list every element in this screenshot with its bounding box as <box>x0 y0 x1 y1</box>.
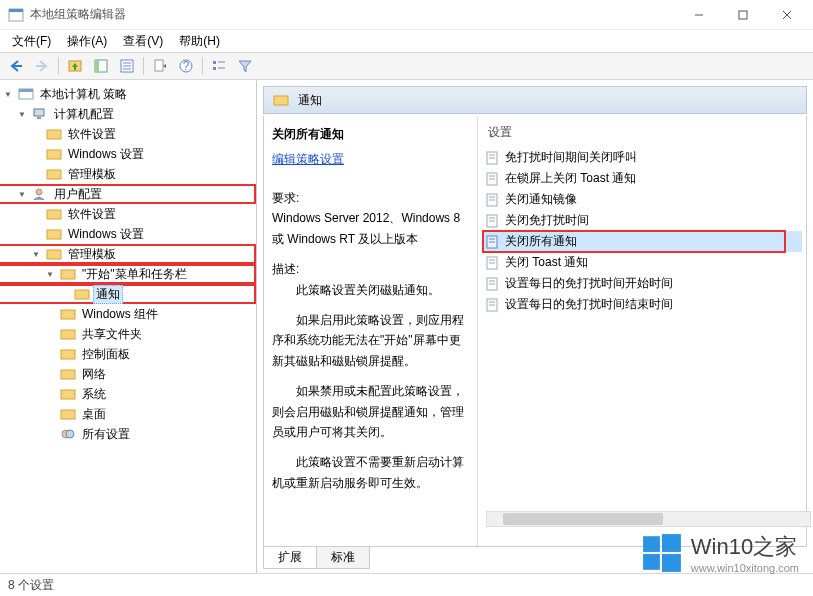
scrollbar-thumb[interactable] <box>503 513 663 525</box>
tree-label: 软件设置 <box>65 205 119 224</box>
expand-icon[interactable] <box>44 268 56 280</box>
details-header: 通知 <box>263 86 807 114</box>
tree-label: 共享文件夹 <box>79 325 145 344</box>
tree-item[interactable]: 共享文件夹 <box>0 324 256 344</box>
tree-root[interactable]: 本地计算机 策略 <box>0 84 256 104</box>
up-button[interactable] <box>63 55 87 77</box>
expand-icon[interactable] <box>2 88 14 100</box>
toolbar-divider <box>143 57 144 75</box>
tree-label: 本地计算机 策略 <box>37 85 130 104</box>
list-item-label: 关闭通知镜像 <box>505 191 577 208</box>
tree-user-config[interactable]: 用户配置 <box>0 184 256 204</box>
tree-label: 通知 <box>93 285 123 304</box>
properties-button[interactable] <box>115 55 139 77</box>
list-item-label: 关闭免打扰时间 <box>505 212 589 229</box>
svg-rect-10 <box>95 60 99 72</box>
tree-item[interactable]: Windows 设置 <box>0 144 256 164</box>
selected-setting-title: 关闭所有通知 <box>272 126 469 143</box>
close-button[interactable] <box>765 0 809 30</box>
svg-point-29 <box>36 189 42 195</box>
forward-button[interactable] <box>30 55 54 77</box>
export-button[interactable] <box>148 55 172 77</box>
tree-item[interactable]: 网络 <box>0 364 256 384</box>
tree-item[interactable]: Windows 组件 <box>0 304 256 324</box>
svg-rect-26 <box>47 130 61 139</box>
list-item[interactable]: 在锁屏上关闭 Toast 通知 <box>482 168 802 189</box>
tree-label: Windows 设置 <box>65 145 147 164</box>
list-item[interactable]: 关闭通知镜像 <box>482 189 802 210</box>
svg-rect-43 <box>274 96 288 105</box>
svg-rect-70 <box>643 554 660 570</box>
svg-rect-39 <box>61 390 75 399</box>
tree-all-settings[interactable]: 所有设置 <box>0 424 256 444</box>
svg-rect-23 <box>19 89 33 92</box>
svg-rect-28 <box>47 170 61 179</box>
policy-item-icon <box>486 298 500 312</box>
list-item[interactable]: 关闭免打扰时间 <box>482 210 802 231</box>
svg-text:?: ? <box>183 59 190 73</box>
column-header-setting[interactable]: 设置 <box>482 122 802 147</box>
tree-label: Windows 设置 <box>65 225 147 244</box>
folder-icon <box>60 307 76 321</box>
svg-rect-33 <box>61 270 75 279</box>
tree-item[interactable]: 桌面 <box>0 404 256 424</box>
tab-standard[interactable]: 标准 <box>316 547 370 569</box>
expand-icon <box>44 428 56 440</box>
filter-button[interactable] <box>233 55 257 77</box>
svg-rect-32 <box>47 250 61 259</box>
list-button[interactable] <box>207 55 231 77</box>
policy-item-icon <box>486 193 500 207</box>
list-item[interactable]: 关闭 Toast 通知 <box>482 252 802 273</box>
tree-pane[interactable]: 本地计算机 策略 计算机配置 软件设置 Windows 设置 管理模板 用户配置… <box>0 80 257 573</box>
expand-icon <box>30 208 42 220</box>
list-item[interactable]: 设置每日的免打扰时间开始时间 <box>482 273 802 294</box>
list-item-label: 关闭所有通知 <box>505 233 577 250</box>
tree-admin-templates[interactable]: 管理模板 <box>0 244 256 264</box>
tree-label: Windows 组件 <box>79 305 161 324</box>
help-button[interactable]: ? <box>174 55 198 77</box>
list-item-selected[interactable]: 关闭所有通知 <box>482 231 802 252</box>
tree-item[interactable]: Windows 设置 <box>0 224 256 244</box>
tree-label: 软件设置 <box>65 125 119 144</box>
menu-view[interactable]: 查看(V) <box>115 31 171 52</box>
maximize-button[interactable] <box>721 0 765 30</box>
list-item[interactable]: 设置每日的免打扰时间结束时间 <box>482 294 802 315</box>
tree-item[interactable]: 软件设置 <box>0 204 256 224</box>
horizontal-scrollbar[interactable] <box>486 511 811 527</box>
folder-icon <box>60 347 76 361</box>
list-item[interactable]: 免打扰时间期间关闭呼叫 <box>482 147 802 168</box>
edit-policy-link[interactable]: 编辑策略设置 <box>272 151 344 168</box>
tree-label: 控制面板 <box>79 345 133 364</box>
expand-icon[interactable] <box>16 188 28 200</box>
tree-item[interactable]: 管理模板 <box>0 164 256 184</box>
expand-icon[interactable] <box>30 248 42 260</box>
tree-computer-config[interactable]: 计算机配置 <box>0 104 256 124</box>
tree-start-menu[interactable]: "开始"菜单和任务栏 <box>0 264 256 284</box>
back-button[interactable] <box>4 55 28 77</box>
requirements-text: Windows Server 2012、Windows 8 或 Windows … <box>272 208 469 249</box>
description-label: 描述: <box>272 259 469 279</box>
tree-item[interactable]: 控制面板 <box>0 344 256 364</box>
expand-icon[interactable] <box>16 108 28 120</box>
svg-rect-3 <box>739 11 747 19</box>
tree-notifications[interactable]: 通知 <box>0 284 256 304</box>
watermark-url: www.win10xitong.com <box>691 562 799 574</box>
menu-file[interactable]: 文件(F) <box>4 31 59 52</box>
details-pane: 通知 关闭所有通知 编辑策略设置 要求: Windows Server 2012… <box>257 80 813 573</box>
description-p4: 此策略设置不需要重新启动计算机或重新启动服务即可生效。 <box>272 452 469 493</box>
svg-rect-24 <box>34 109 44 116</box>
menu-help[interactable]: 帮助(H) <box>171 31 228 52</box>
folder-icon <box>46 247 62 261</box>
tree-item[interactable]: 软件设置 <box>0 124 256 144</box>
svg-rect-27 <box>47 150 61 159</box>
menu-action[interactable]: 操作(A) <box>59 31 115 52</box>
settings-list[interactable]: 设置 免打扰时间期间关闭呼叫 在锁屏上关闭 Toast 通知 关闭通知镜像 关闭… <box>478 116 806 546</box>
watermark: Win10之家 www.win10xitong.com <box>641 532 799 574</box>
tree-item[interactable]: 系统 <box>0 384 256 404</box>
svg-rect-36 <box>61 330 75 339</box>
minimize-button[interactable] <box>677 0 721 30</box>
tab-extended[interactable]: 扩展 <box>263 547 317 569</box>
show-hide-tree-button[interactable] <box>89 55 113 77</box>
tree-label: 桌面 <box>79 405 109 424</box>
policy-item-icon <box>486 277 500 291</box>
